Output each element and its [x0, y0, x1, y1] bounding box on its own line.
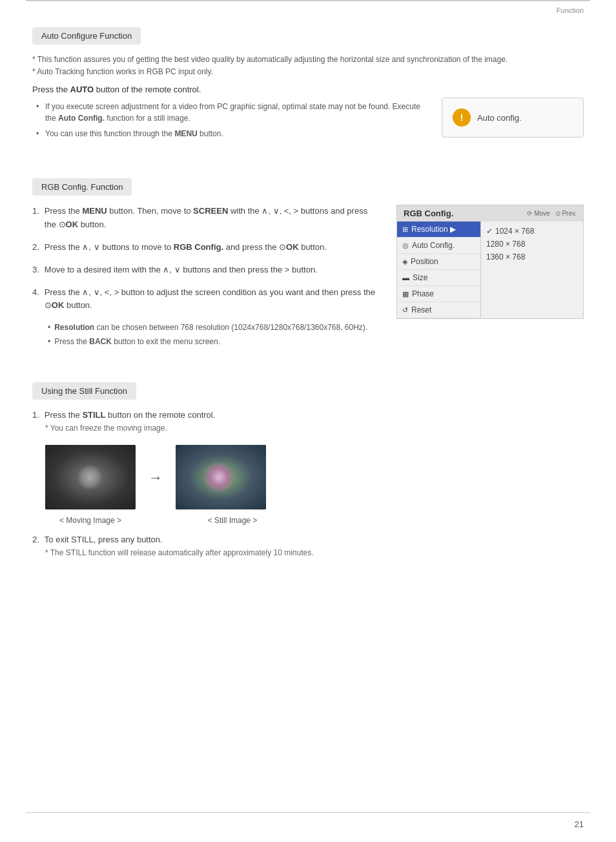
rgb-sub-notes: Resolution can be chosen between 768 res…	[48, 322, 377, 347]
rgb-menu-resolution: ⊞ Resolution ▶	[397, 221, 480, 238]
rgb-step2: 2. Press the ∧, ∨ buttons to move to RGB…	[32, 241, 377, 254]
reset-icon: ↺	[402, 306, 408, 314]
rgb-menu-auto-config: ◎ Auto Config.	[397, 238, 480, 254]
auto-config-warning-icon: !	[453, 108, 471, 127]
rgb-step4: 4. Press the ∧, ∨, <, > button to adjust…	[32, 286, 377, 313]
rgb-panel-title: RGB Config.	[404, 209, 453, 218]
rgb-config-title: RGB Config. Function	[32, 178, 132, 196]
position-icon: ◈	[402, 258, 407, 266]
image-demo-row: →	[45, 445, 584, 509]
still-image-demo	[176, 445, 266, 509]
auto-config-bullet1: If you execute screen adjustment for a v…	[45, 101, 422, 124]
still-step1: 1. Press the STILL button on the remote …	[32, 409, 584, 527]
rgb-submenu-1360: 1360 × 768	[486, 251, 578, 263]
rgb-text: 1. Press the MENU button. Then, move to …	[32, 205, 377, 350]
rgb-step3: 3. Move to a desired item with the ∧, ∨ …	[32, 263, 377, 277]
rgb-note1: Resolution can be chosen between 768 res…	[48, 322, 377, 333]
still-steps: 1. Press the STILL button on the remote …	[32, 409, 584, 559]
rgb-menu-phase: ▦ Phase	[397, 286, 480, 302]
auto-config-note2: * Auto Tracking function works in RGB PC…	[32, 66, 584, 78]
rgb-step1: 1. Press the MENU button. Then, move to …	[32, 205, 377, 232]
top-bar: Function	[26, 0, 590, 14]
rgb-panel-header: RGB Config. ⟳ Move ⊙ Prev.	[397, 205, 583, 221]
rgb-steps: 1. Press the MENU button. Then, move to …	[32, 205, 377, 313]
still-step2: 2. To exit STILL, press any button. * Th…	[32, 533, 584, 559]
rgb-panel-nav: ⟳ Move ⊙ Prev.	[527, 210, 577, 217]
auto-config-notes: * This function assures you of getting t…	[32, 54, 584, 78]
content-area: Auto Configure Function * This function …	[0, 14, 616, 611]
rgb-row: 1. Press the MENU button. Then, move to …	[32, 205, 584, 350]
bottom-bar: 21	[26, 812, 590, 829]
resolution-icon: ⊞	[402, 225, 408, 234]
header-label: Function	[557, 6, 584, 14]
auto-config-section: Auto Configure Function * This function …	[32, 27, 584, 146]
still-step2-note: * The STILL function will release automa…	[45, 547, 584, 559]
auto-config-row: Press the AUTO button of the remote cont…	[32, 85, 584, 146]
size-icon: ▬	[402, 274, 409, 282]
still-section: Using the Still Function 1. Press the ST…	[32, 382, 584, 559]
still-step1-note: * You can freeze the moving image.	[45, 422, 584, 435]
auto-config-bullets: If you execute screen adjustment for a v…	[32, 101, 422, 139]
auto-config-bullet2: You can use this function through the ME…	[45, 128, 422, 139]
rgb-menu-position: ◈ Position	[397, 254, 480, 270]
auto-config-note1: * This function assures you of getting t…	[32, 54, 584, 66]
rgb-panel: RGB Config. ⟳ Move ⊙ Prev. ⊞ Resolution …	[396, 205, 584, 319]
page-number: 21	[575, 819, 584, 829]
flower-color-bg	[176, 445, 266, 509]
rgb-menu-items: ⊞ Resolution ▶ ◎ Auto Config. ◈ Position…	[397, 221, 481, 318]
arrow-icon: →	[149, 466, 163, 489]
page-wrapper: Function Auto Configure Function * This …	[0, 0, 616, 842]
auto-config-menu-icon: ◎	[402, 241, 409, 250]
rgb-panel-body: ⊞ Resolution ▶ ◎ Auto Config. ◈ Position…	[397, 221, 583, 318]
rgb-nav-move: ⟳ Move	[527, 210, 549, 217]
rgb-config-section: RGB Config. Function 1. Press the MENU b…	[32, 178, 584, 350]
rgb-submenu-1024: 1024 × 768	[486, 225, 578, 238]
auto-config-ui-box: ! Auto config.	[442, 98, 584, 138]
phase-icon: ▦	[402, 290, 409, 298]
rgb-menu-reset: ↺ Reset	[397, 302, 480, 318]
auto-config-title: Auto Configure Function	[32, 27, 141, 45]
still-section-title: Using the Still Function	[32, 382, 136, 400]
auto-config-press-text: Press the AUTO button of the remote cont…	[32, 85, 422, 94]
image-captions: < Moving Image > < Still Image >	[45, 515, 584, 527]
rgb-submenu: 1024 × 768 1280 × 768 1360 × 768	[481, 221, 583, 318]
auto-config-text: Press the AUTO button of the remote cont…	[32, 85, 422, 146]
flower-dark-bg	[45, 445, 136, 509]
rgb-menu-size: ▬ Size	[397, 270, 480, 286]
rgb-nav-prev: ⊙ Prev.	[555, 210, 577, 217]
moving-image-demo	[45, 445, 136, 509]
auto-config-ui-label: Auto config.	[477, 113, 522, 123]
still-image-caption: < Still Image >	[187, 515, 278, 527]
rgb-submenu-1280: 1280 × 768	[486, 238, 578, 251]
rgb-note2: Press the BACK button to exit the menu s…	[48, 336, 377, 347]
moving-image-caption: < Moving Image >	[45, 515, 136, 527]
